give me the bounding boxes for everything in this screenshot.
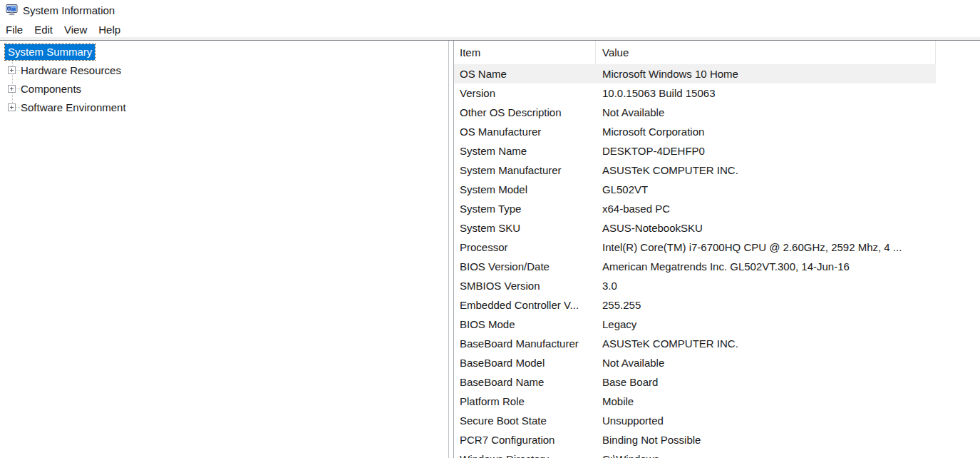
tree-item-label[interactable]: System Summary	[5, 44, 95, 60]
item-cell: System Manufacturer	[454, 161, 596, 180]
value-cell: Legacy	[602, 315, 936, 334]
details-panel: Item Value OS NameMicrosoft Windows 10 H…	[453, 41, 980, 458]
table-row[interactable]: OS NameMicrosoft Windows 10 Home	[454, 64, 936, 83]
item-cell: Windows Directory	[454, 449, 596, 458]
value-cell: Intel(R) Core(TM) i7-6700HQ CPU @ 2.60GH…	[602, 238, 936, 257]
value-cell: C:\Windows	[602, 449, 936, 458]
value-cell: Unsupported	[602, 411, 936, 430]
table-row[interactable]: BIOS ModeLegacy	[454, 315, 936, 334]
item-cell: OS Manufacturer	[454, 122, 596, 141]
table-row[interactable]: OS ManufacturerMicrosoft Corporation	[454, 122, 936, 141]
table-row[interactable]: Version10.0.15063 Build 15063	[454, 83, 936, 103]
item-cell: BIOS Mode	[454, 315, 596, 334]
value-cell: DESKTOP-4DEHFP0	[602, 141, 936, 161]
window-title: System Information	[23, 0, 115, 21]
table-row[interactable]: System ModelGL502VT	[454, 180, 936, 199]
column-header-value[interactable]: Value	[597, 41, 936, 64]
item-cell: PCR7 Configuration	[454, 430, 596, 449]
item-cell: Platform Role	[454, 392, 596, 411]
value-cell: Binding Not Possible	[602, 430, 936, 449]
item-cell: Version	[454, 83, 596, 103]
value-cell: ASUS-NotebookSKU	[602, 218, 936, 238]
table-row[interactable]: System SKUASUS-NotebookSKU	[454, 218, 936, 238]
item-cell: BIOS Version/Date	[454, 257, 596, 276]
value-cell: 255.255	[602, 295, 936, 315]
menu-help[interactable]: Help	[93, 23, 126, 36]
value-cell: Base Board	[602, 372, 936, 392]
expand-icon[interactable]	[8, 85, 16, 93]
item-cell: BaseBoard Model	[454, 353, 596, 372]
tree-item-label[interactable]: Hardware Resources	[18, 63, 124, 78]
value-cell: Microsoft Corporation	[602, 122, 936, 141]
tree-item-system-summary: System Summary	[5, 44, 95, 60]
value-cell: 10.0.15063 Build 15063	[602, 83, 936, 103]
details-header: Item Value	[454, 41, 980, 64]
item-cell: Processor	[454, 238, 596, 257]
item-cell: System Model	[454, 180, 596, 199]
menu-file[interactable]: File	[0, 23, 29, 36]
item-cell: SMBIOS Version	[454, 276, 596, 295]
item-cell: System Type	[454, 199, 596, 218]
item-cell: Secure Boot State	[454, 411, 596, 430]
table-row[interactable]: SMBIOS Version3.0	[454, 276, 936, 295]
item-cell: Embedded Controller V...	[454, 295, 596, 315]
system-information-icon	[6, 4, 18, 16]
column-header-item[interactable]: Item	[454, 41, 596, 64]
item-cell: System Name	[454, 141, 596, 161]
table-row[interactable]: System ManufacturerASUSTeK COMPUTER INC.	[454, 161, 936, 180]
table-row[interactable]: BaseBoard NameBase Board	[454, 372, 936, 392]
item-cell: BaseBoard Manufacturer	[454, 334, 596, 353]
item-cell: Other OS Description	[454, 103, 596, 122]
table-row[interactable]: BaseBoard ModelNot Available	[454, 353, 936, 372]
item-cell: OS Name	[454, 64, 596, 83]
value-cell: Microsoft Windows 10 Home	[602, 64, 936, 83]
category-tree-panel: System SummaryHardware ResourcesComponen…	[0, 41, 449, 458]
value-cell: Not Available	[602, 353, 936, 372]
value-cell: GL502VT	[602, 180, 936, 199]
value-cell: ASUSTeK COMPUTER INC.	[602, 334, 936, 353]
value-cell: Not Available	[602, 103, 936, 122]
value-cell: x64-based PC	[602, 199, 936, 218]
table-row[interactable]: System Typex64-based PC	[454, 199, 936, 218]
expand-icon[interactable]	[8, 66, 16, 74]
table-row[interactable]: Windows DirectoryC:\Windows	[454, 449, 936, 458]
tree-item-label[interactable]: Software Environment	[18, 100, 129, 116]
table-row[interactable]: PCR7 ConfigurationBinding Not Possible	[454, 430, 936, 449]
table-row[interactable]: Other OS DescriptionNot Available	[454, 103, 936, 122]
expand-icon[interactable]	[8, 103, 16, 111]
menu-bar: FileEditViewHelp	[0, 21, 980, 37]
table-row[interactable]: Embedded Controller V...255.255	[454, 295, 936, 315]
table-row[interactable]: System NameDESKTOP-4DEHFP0	[454, 141, 936, 161]
content-area: System SummaryHardware ResourcesComponen…	[0, 41, 980, 458]
table-row[interactable]: BIOS Version/DateAmerican Megatrends Inc…	[454, 257, 936, 276]
table-row[interactable]: Platform RoleMobile	[454, 392, 936, 411]
value-cell: American Megatrends Inc. GL502VT.300, 14…	[602, 257, 936, 276]
value-cell: ASUSTeK COMPUTER INC.	[602, 161, 936, 180]
tree-item-label[interactable]: Components	[18, 81, 84, 97]
tree-item-software-environment: Software Environment	[18, 100, 129, 116]
table-row[interactable]: BaseBoard ManufacturerASUSTeK COMPUTER I…	[454, 334, 936, 353]
item-cell: BaseBoard Name	[454, 372, 596, 392]
table-row[interactable]: ProcessorIntel(R) Core(TM) i7-6700HQ CPU…	[454, 238, 936, 257]
item-cell: System SKU	[454, 218, 596, 238]
system-information-window: System Information FileEditViewHelp Syst…	[0, 0, 980, 458]
title-bar: System Information	[0, 0, 980, 21]
menu-edit[interactable]: Edit	[29, 23, 58, 36]
value-cell: Mobile	[602, 392, 936, 411]
table-row[interactable]: Secure Boot StateUnsupported	[454, 411, 936, 430]
menu-view[interactable]: View	[58, 23, 93, 36]
details-rows: OS NameMicrosoft Windows 10 HomeVersion1…	[454, 64, 980, 458]
value-cell: 3.0	[602, 276, 936, 295]
tree-item-hardware-resources: Hardware Resources	[18, 63, 124, 78]
tree-item-components: Components	[18, 81, 84, 97]
